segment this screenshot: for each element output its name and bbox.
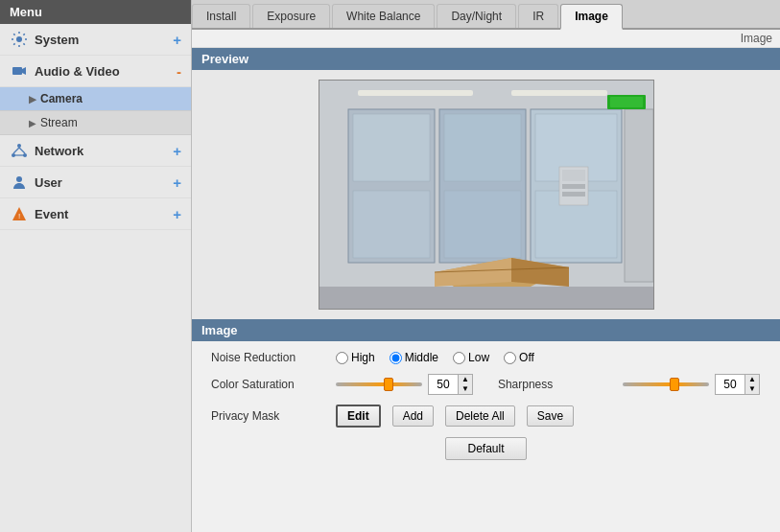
noise-high-option[interactable]: High	[336, 351, 375, 364]
audio-video-toggle[interactable]: -	[177, 63, 181, 80]
color-saturation-up[interactable]: ▲	[459, 375, 472, 384]
color-saturation-arrows: ▲ ▼	[458, 375, 472, 394]
event-label: Event	[35, 207, 167, 221]
user-label: User	[35, 175, 167, 190]
sharpness-up[interactable]: ▲	[745, 375, 759, 384]
section-label: Image	[741, 32, 772, 45]
svg-point-3	[17, 144, 21, 148]
camera-label: Camera	[40, 92, 83, 105]
color-saturation-down[interactable]: ▼	[459, 384, 472, 394]
svg-point-9	[16, 176, 22, 182]
tab-exposure[interactable]: Exposure	[252, 4, 330, 28]
sidebar-item-audio-video[interactable]: Audio & Video -	[0, 56, 191, 87]
system-icon	[10, 30, 29, 49]
noise-middle-option[interactable]: Middle	[390, 351, 438, 364]
svg-rect-35	[562, 192, 585, 197]
sidebar-item-stream[interactable]: ▶ Stream	[0, 111, 191, 135]
preview-section: Preview	[192, 48, 780, 319]
svg-point-0	[16, 36, 22, 42]
image-settings-section: Image Noise Reduction High Middle	[192, 319, 780, 532]
color-saturation-input[interactable]	[429, 377, 458, 392]
sharpness-input[interactable]	[716, 377, 745, 392]
svg-rect-1	[12, 67, 22, 75]
noise-high-radio[interactable]	[336, 352, 348, 364]
noise-off-option[interactable]: Off	[504, 351, 534, 364]
color-saturation-label: Color Saturation	[211, 378, 326, 391]
sharpness-label: Sharpness	[498, 378, 613, 391]
noise-low-option[interactable]: Low	[453, 351, 489, 364]
stream-label: Stream	[40, 116, 78, 129]
svg-rect-13	[358, 90, 473, 96]
svg-line-7	[19, 148, 25, 153]
svg-rect-26	[610, 97, 643, 107]
preview-image	[319, 80, 654, 310]
image-settings-body: Noise Reduction High Middle Low	[192, 341, 780, 470]
stream-arrow: ▶	[29, 118, 36, 128]
system-label: System	[35, 33, 167, 47]
sidebar-item-event[interactable]: ! Event +	[0, 198, 191, 230]
sharpness-down[interactable]: ▼	[745, 384, 759, 394]
noise-reduction-options: High Middle Low Off	[336, 351, 534, 364]
preview-container	[192, 70, 780, 319]
camera-arrow: ▶	[29, 94, 36, 104]
svg-line-6	[13, 148, 19, 153]
privacy-mask-row: Privacy Mask Edit Add Delete All Save	[211, 405, 761, 428]
audio-video-label: Audio & Video	[35, 64, 171, 79]
sharpness-arrows: ▲ ▼	[745, 375, 759, 394]
noise-off-radio[interactable]	[504, 352, 516, 364]
sharpness-thumb[interactable]	[670, 378, 679, 391]
svg-rect-31	[319, 287, 654, 310]
network-icon	[10, 141, 29, 160]
tab-day-night[interactable]: Day/Night	[437, 4, 516, 28]
sidebar-item-user[interactable]: User +	[0, 167, 191, 198]
privacy-mask-delete-all-button[interactable]: Delete All	[445, 405, 515, 427]
privacy-mask-add-button[interactable]: Add	[392, 405, 434, 427]
main-content: Install Exposure White Balance Day/Night…	[192, 0, 780, 532]
noise-reduction-label: Noise Reduction	[211, 351, 326, 364]
noise-off-label: Off	[519, 351, 534, 364]
network-toggle[interactable]: +	[173, 143, 181, 159]
preview-header: Preview	[192, 48, 780, 70]
default-row: Default	[211, 437, 761, 460]
svg-rect-14	[511, 90, 607, 96]
svg-rect-24	[625, 109, 653, 282]
sidebar: Menu System + Audio & Video - ▶ Camera ▶…	[0, 0, 192, 532]
event-toggle[interactable]: +	[173, 206, 181, 222]
sidebar-item-camera[interactable]: ▶ Camera	[0, 87, 191, 111]
svg-rect-21	[444, 191, 521, 258]
tab-bar: Install Exposure White Balance Day/Night…	[192, 0, 780, 30]
svg-rect-18	[353, 114, 430, 181]
noise-middle-radio[interactable]	[390, 352, 402, 364]
privacy-mask-label: Privacy Mask	[211, 409, 326, 423]
tab-install[interactable]: Install	[192, 4, 250, 28]
color-saturation-spinbox: ▲ ▼	[428, 374, 473, 395]
sharpness-track[interactable]	[623, 382, 709, 386]
noise-high-label: High	[351, 351, 375, 364]
color-saturation-slider-group: ▲ ▼	[336, 374, 473, 395]
sharpness-spinbox: ▲ ▼	[715, 374, 760, 395]
sidebar-item-network[interactable]: Network +	[0, 135, 191, 167]
tab-white-balance[interactable]: White Balance	[332, 4, 435, 28]
network-label: Network	[35, 144, 167, 158]
svg-rect-20	[444, 114, 521, 181]
privacy-mask-save-button[interactable]: Save	[527, 405, 574, 427]
system-toggle[interactable]: +	[173, 32, 181, 48]
user-toggle[interactable]: +	[173, 174, 181, 191]
noise-low-radio[interactable]	[453, 352, 465, 364]
svg-rect-33	[562, 170, 585, 181]
section-label-bar: Image	[192, 30, 780, 48]
sidebar-title: Menu	[0, 0, 191, 24]
svg-rect-34	[562, 184, 585, 189]
noise-middle-label: Middle	[405, 351, 438, 364]
color-saturation-track[interactable]	[336, 382, 422, 386]
sharpness-slider-group: ▲ ▼	[623, 374, 760, 395]
privacy-mask-edit-button[interactable]: Edit	[336, 405, 381, 428]
color-saturation-thumb[interactable]	[384, 378, 393, 391]
tab-ir[interactable]: IR	[518, 4, 558, 28]
tab-image[interactable]: Image	[560, 4, 623, 30]
sidebar-item-system[interactable]: System +	[0, 24, 191, 56]
default-button[interactable]: Default	[445, 437, 526, 460]
user-icon	[10, 173, 29, 192]
audio-video-icon	[10, 61, 29, 81]
noise-reduction-row: Noise Reduction High Middle Low	[211, 351, 761, 364]
